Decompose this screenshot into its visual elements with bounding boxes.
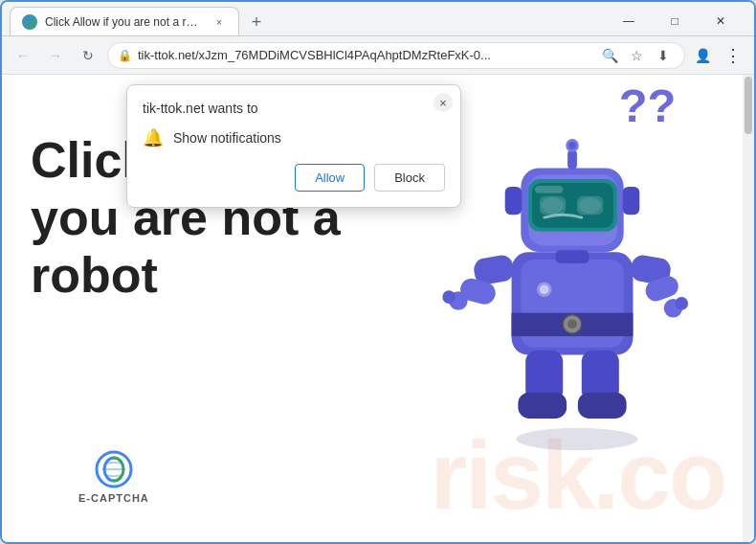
- bell-icon: 🔔: [143, 127, 164, 148]
- svg-rect-22: [505, 187, 523, 215]
- scrollbar[interactable]: [743, 75, 754, 542]
- maximize-button[interactable]: □: [653, 7, 697, 35]
- tab-favicon: [22, 14, 37, 30]
- svg-text:??: ??: [619, 79, 677, 131]
- tab-close-btn[interactable]: ×: [211, 14, 227, 30]
- dialog-buttons: Allow Block: [143, 164, 445, 192]
- robot-illustration: ??: [419, 75, 725, 458]
- search-icon[interactable]: 🔍: [598, 44, 621, 67]
- svg-rect-35: [518, 393, 567, 419]
- svg-point-32: [675, 297, 688, 310]
- scrollbar-thumb[interactable]: [745, 77, 752, 134]
- tab-bar: Click Allow if you are not a robot × + —…: [2, 2, 754, 36]
- notification-dialog: × tik-ttok.net wants to 🔔 Show notificat…: [126, 84, 461, 208]
- notification-text: Show notifications: [173, 130, 281, 146]
- svg-point-17: [542, 197, 564, 215]
- ecaptcha-label: E-CAPTCHA: [78, 492, 149, 504]
- svg-point-28: [442, 290, 456, 304]
- svg-rect-24: [555, 250, 589, 263]
- url-bar[interactable]: 🔒 tik-ttok.net/xJzm_76MDDiMCVSBHlCl4PAqA…: [107, 42, 685, 69]
- svg-point-21: [568, 142, 576, 149]
- refresh-button[interactable]: ↻: [75, 42, 101, 69]
- svg-point-1: [516, 428, 637, 450]
- ecaptcha-icon: [95, 450, 133, 488]
- url-text: tik-ttok.net/xJzm_76MDDiMCVSBHlCl4PAqAhp…: [138, 48, 592, 62]
- url-action-icons: 🔍 ☆ ⬇: [598, 44, 675, 67]
- bookmark-icon[interactable]: ☆: [625, 44, 648, 67]
- download-icon[interactable]: ⬇: [652, 44, 675, 67]
- svg-point-7: [567, 320, 577, 329]
- browser-window: Click Allow if you are not a robot × + —…: [0, 0, 756, 544]
- svg-rect-36: [578, 393, 627, 419]
- back-button[interactable]: ←: [10, 42, 36, 69]
- svg-rect-23: [623, 187, 640, 215]
- tab-title: Click Allow if you are not a robot: [45, 15, 204, 29]
- window-controls: — □ ✕: [607, 7, 746, 35]
- block-button[interactable]: Block: [374, 164, 445, 192]
- forward-button[interactable]: →: [42, 42, 69, 69]
- close-button[interactable]: ✕: [699, 7, 743, 35]
- svg-rect-19: [567, 149, 577, 170]
- svg-point-9: [540, 284, 549, 294]
- lock-icon: 🔒: [118, 49, 132, 62]
- account-icon[interactable]: 👤: [691, 44, 714, 67]
- svg-rect-14: [535, 186, 563, 193]
- address-bar: ← → ↻ 🔒 tik-ttok.net/xJzm_76MDDiMCVSBHlC…: [2, 36, 754, 75]
- dialog-title: tik-ttok.net wants to: [143, 101, 445, 116]
- dialog-notification-row: 🔔 Show notifications: [143, 127, 445, 148]
- minimize-button[interactable]: —: [607, 7, 651, 35]
- webpage: risk.co Click Allow if you are not a rob…: [2, 75, 754, 542]
- ecaptcha-logo: E-CAPTCHA: [78, 450, 149, 504]
- new-tab-button[interactable]: +: [243, 9, 270, 35]
- svg-point-18: [579, 197, 601, 215]
- allow-button[interactable]: Allow: [295, 164, 365, 192]
- robot-svg: ??: [419, 75, 725, 458]
- active-tab[interactable]: Click Allow if you are not a robot ×: [10, 7, 239, 35]
- dialog-close-button[interactable]: ×: [434, 93, 453, 112]
- menu-button[interactable]: ⋮: [720, 42, 746, 69]
